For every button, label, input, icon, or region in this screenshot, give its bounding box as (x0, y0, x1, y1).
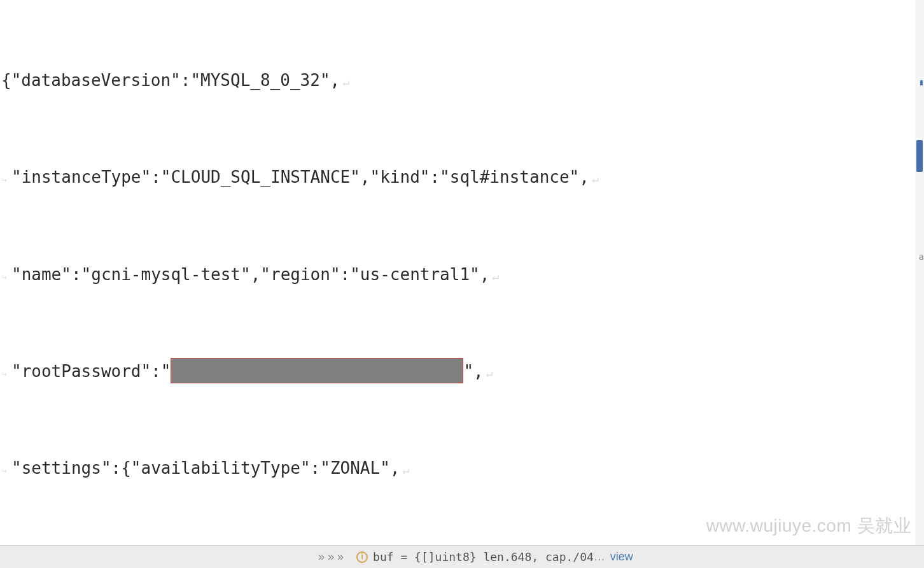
code-line[interactable]: ↪"rootPassword":"",↵ (0, 355, 924, 388)
debug-variable: buf = {[]uint8} len.648, cap./04 (373, 546, 594, 568)
newline-marker-icon: ↵ (342, 75, 349, 89)
newline-marker-icon: ↵ (492, 269, 499, 283)
code-line[interactable]: ↪"settings":{"availabilityType":"ZONAL",… (0, 452, 924, 485)
code-text: "instanceType":"CLOUD_SQL_INSTANCE","kin… (11, 167, 589, 187)
gutter-marker (920, 80, 923, 85)
scrollbar-thumb[interactable] (916, 140, 923, 172)
code-content[interactable]: {"databaseVersion":"MYSQL_8_0_32",↵ ↪"in… (0, 0, 924, 568)
watermark-url: www.wujiuye.com (706, 516, 851, 536)
softwrap-icon: ↪ (1, 171, 9, 188)
ellipsis: … (594, 546, 605, 568)
redacted-password (171, 358, 463, 383)
watermark-chinese: 吴就业 (857, 516, 912, 536)
softwrap-icon: ↪ (1, 269, 9, 286)
code-text: {"databaseVersion":"MYSQL_8_0_32", (1, 71, 340, 90)
code-editor-viewport[interactable]: {"databaseVersion":"MYSQL_8_0_32",↵ ↪"in… (0, 0, 924, 568)
view-link[interactable]: view (610, 546, 633, 568)
newline-marker-icon: ↵ (486, 366, 493, 380)
code-text: ", (463, 362, 483, 381)
code-line[interactable]: ↪"instanceType":"CLOUD_SQL_INSTANCE","ki… (0, 161, 924, 194)
code-text: "settings":{"availabilityType":"ZONAL", (11, 458, 400, 478)
info-icon: i (356, 551, 368, 563)
softwrap-icon: ↪ (1, 366, 9, 383)
newline-marker-icon: ↵ (592, 172, 599, 185)
code-text: "rootPassword":" (11, 362, 171, 381)
code-text: "name":"gcni-mysql-test","region":"us-ce… (11, 265, 489, 284)
gutter-letter: a (919, 248, 924, 266)
softwrap-icon: ↪ (1, 462, 9, 479)
debugger-bottom-bar: » » » i buf = {[]uint8} len.648, cap./04… (0, 545, 924, 568)
code-line[interactable]: ↪"name":"gcni-mysql-test","region":"us-c… (0, 259, 924, 291)
code-line[interactable]: {"databaseVersion":"MYSQL_8_0_32",↵ (0, 64, 924, 97)
watermark: www.wujiuye.com 吴就业 (706, 509, 911, 544)
newline-marker-icon: ↵ (402, 463, 409, 476)
breadcrumb-chevrons[interactable]: » » » (318, 546, 344, 568)
